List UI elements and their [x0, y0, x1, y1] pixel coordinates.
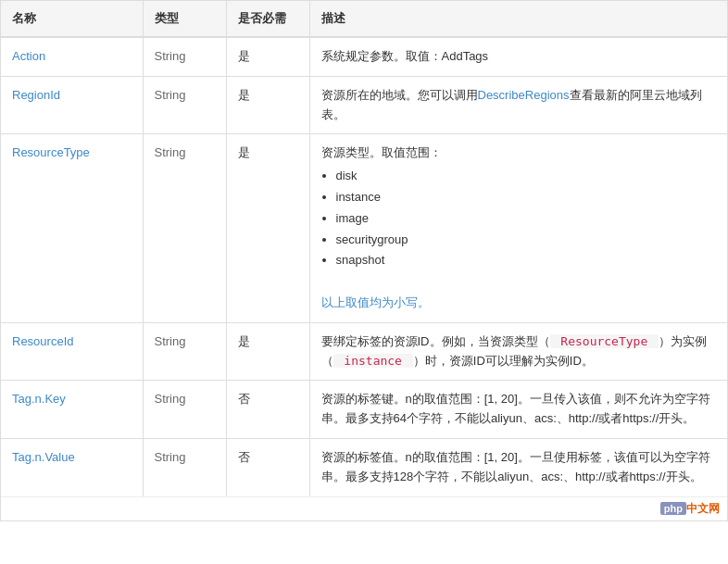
param-name: Tag.n.Value — [1, 438, 143, 495]
header-name: 名称 — [1, 1, 143, 37]
list-item: image — [336, 209, 717, 229]
api-params-table: 名称 类型 是否必需 描述 ActionString是系统规定参数。取值：Add… — [0, 0, 728, 521]
table-header-row: 名称 类型 是否必需 描述 — [1, 1, 727, 37]
table-row: ResourceTypeString是资源类型。取值范围：diskinstanc… — [1, 134, 727, 322]
param-type: String — [143, 134, 226, 322]
param-name: Tag.n.Key — [1, 381, 143, 439]
header-type: 类型 — [143, 1, 226, 37]
lowercase-note-link[interactable]: 以上取值均为小写。 — [321, 295, 430, 309]
param-type: String — [143, 381, 226, 439]
param-name-link[interactable]: ResourceId — [12, 334, 73, 348]
list-item: securitygroup — [336, 231, 717, 250]
param-required: 是 — [226, 134, 309, 322]
param-description: 系统规定参数。取值：AddTags — [309, 37, 727, 76]
param-name-link[interactable]: ResourceType — [12, 145, 90, 159]
param-name-link[interactable]: Tag.n.Key — [12, 392, 66, 406]
param-type: String — [143, 76, 226, 134]
param-type: String — [143, 37, 226, 76]
param-required: 否 — [226, 381, 309, 439]
param-required: 是 — [226, 322, 309, 381]
param-description: 资源所在的地域。您可以调用DescribeRegions查看最新的阿里云地域列表… — [309, 76, 727, 134]
param-description: 资源类型。取值范围：diskinstanceimagesecuritygroup… — [309, 134, 727, 322]
param-name: ResourceId — [1, 322, 143, 381]
param-required: 否 — [226, 438, 309, 495]
param-description: 要绑定标签的资源ID。例如，当资源类型（ ResourceType ）为实例（ … — [309, 322, 727, 381]
param-required: 是 — [226, 76, 309, 134]
resource-type-highlight: ResourceType — [550, 334, 659, 348]
param-name-link[interactable]: Action — [12, 49, 45, 63]
param-name: RegionId — [1, 76, 143, 134]
table-row: Tag.n.KeyString否资源的标签键。n的取值范围：[1, 20]。一旦… — [1, 381, 727, 439]
param-description: 资源的标签键。n的取值范围：[1, 20]。一旦传入该值，则不允许为空字符串。最… — [309, 381, 727, 439]
param-name: ResourceType — [1, 134, 143, 322]
table-row: Tag.n.ValueString否资源的标签值。n的取值范围：[1, 20]。… — [1, 438, 727, 495]
list-item: disk — [336, 167, 717, 186]
table-row: ResourceIdString是要绑定标签的资源ID。例如，当资源类型（ Re… — [1, 322, 727, 381]
table-row: RegionIdString是资源所在的地域。您可以调用DescribeRegi… — [1, 76, 727, 134]
describe-regions-link[interactable]: DescribeRegions — [478, 88, 570, 102]
param-required: 是 — [226, 37, 309, 76]
footer-logo: php中文网 — [1, 496, 727, 520]
param-type: String — [143, 322, 226, 381]
param-name-link[interactable]: Tag.n.Value — [12, 450, 75, 464]
table-row: ActionString是系统规定参数。取值：AddTags — [1, 37, 727, 76]
header-description: 描述 — [309, 1, 727, 37]
list-item: instance — [336, 188, 717, 207]
param-name-link[interactable]: RegionId — [12, 88, 60, 102]
list-item: snapshot — [336, 251, 717, 270]
param-type: String — [143, 438, 226, 495]
instance-highlight: instance — [333, 354, 413, 368]
site-name: 中文网 — [686, 502, 720, 515]
param-name: Action — [1, 37, 143, 76]
php-badge: php — [660, 502, 686, 515]
param-description: 资源的标签值。n的取值范围：[1, 20]。一旦使用标签，该值可以为空字符串。最… — [309, 438, 727, 495]
header-required: 是否必需 — [226, 1, 309, 37]
